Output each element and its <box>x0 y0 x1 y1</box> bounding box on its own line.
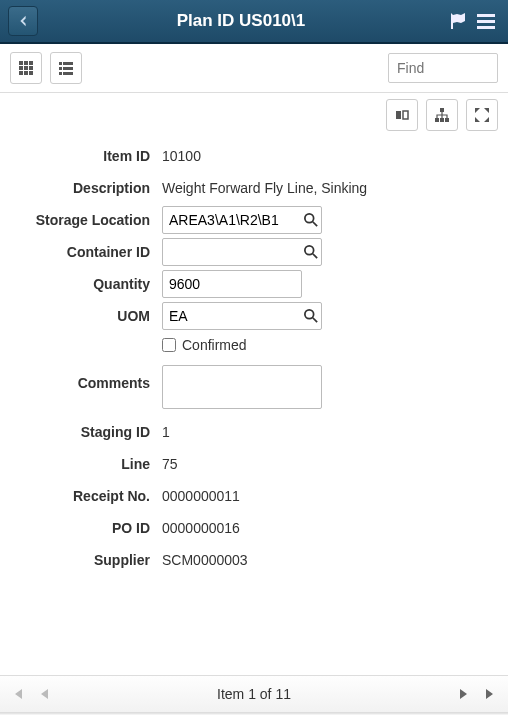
skip-first-icon <box>10 687 24 701</box>
description-value: Weight Forward Fly Line, Sinking <box>162 176 367 200</box>
search-icon <box>304 213 318 227</box>
supplier-value: SCM0000003 <box>162 548 248 572</box>
svg-rect-3 <box>19 61 23 65</box>
chevron-left-icon <box>38 687 50 701</box>
svg-point-28 <box>305 310 314 319</box>
flag-button[interactable] <box>444 11 472 31</box>
svg-rect-13 <box>63 62 73 65</box>
comments-input[interactable] <box>162 365 322 409</box>
confirmed-checkbox[interactable] <box>162 338 176 352</box>
svg-rect-16 <box>59 72 62 75</box>
grid-icon <box>18 60 34 76</box>
svg-rect-7 <box>24 66 28 70</box>
menu-button[interactable] <box>472 10 500 32</box>
staging-id-value: 1 <box>162 420 170 444</box>
container-id-input[interactable] <box>162 238 322 266</box>
receipt-no-label: Receipt No. <box>12 488 162 504</box>
pager-first-button[interactable] <box>10 687 24 701</box>
container-id-label: Container ID <box>12 244 162 260</box>
item-id-label: Item ID <box>12 148 162 164</box>
expand-button[interactable] <box>466 99 498 131</box>
receipt-no-value: 0000000011 <box>162 484 240 508</box>
pager-last-button[interactable] <box>484 687 498 701</box>
uom-lookup-button[interactable] <box>304 309 318 323</box>
svg-rect-0 <box>477 14 495 17</box>
search-icon <box>304 309 318 323</box>
pager-next-button[interactable] <box>458 687 470 701</box>
line-label: Line <box>12 456 162 472</box>
uom-input[interactable] <box>162 302 322 330</box>
svg-line-25 <box>313 222 317 226</box>
sitemap-icon <box>434 107 450 123</box>
pager-prev-button[interactable] <box>38 687 50 701</box>
back-button[interactable] <box>8 6 38 36</box>
pager-text: Item 1 of 11 <box>64 686 444 702</box>
svg-rect-22 <box>440 118 444 122</box>
panel-split-icon <box>394 107 410 123</box>
svg-rect-5 <box>29 61 33 65</box>
skip-last-icon <box>484 687 498 701</box>
svg-point-26 <box>305 246 314 255</box>
description-label: Description <box>12 180 162 196</box>
detail-form-2: Comments Staging ID 1 Line 75 Receipt No… <box>0 363 508 575</box>
detail-form: Item ID 10100 Description Weight Forward… <box>0 141 508 331</box>
svg-line-29 <box>313 318 317 322</box>
svg-rect-15 <box>63 67 73 70</box>
svg-rect-17 <box>63 72 73 75</box>
storage-location-label: Storage Location <box>12 212 162 228</box>
svg-rect-12 <box>59 62 62 65</box>
svg-rect-1 <box>477 20 495 23</box>
comments-label: Comments <box>12 365 162 391</box>
svg-rect-21 <box>435 118 439 122</box>
list-view-button[interactable] <box>50 52 82 84</box>
search-icon <box>304 245 318 259</box>
svg-rect-18 <box>396 111 401 119</box>
view-toolbar <box>0 44 508 93</box>
pager-bar: Item 1 of 11 <box>0 675 508 713</box>
svg-point-24 <box>305 214 314 223</box>
svg-rect-4 <box>24 61 28 65</box>
list-icon <box>58 60 74 76</box>
item-id-value: 10100 <box>162 144 201 168</box>
svg-rect-20 <box>440 108 444 112</box>
storage-lookup-button[interactable] <box>304 213 318 227</box>
quantity-input[interactable] <box>162 270 302 298</box>
flag-icon <box>448 11 468 31</box>
svg-rect-19 <box>403 111 408 119</box>
sitemap-button[interactable] <box>426 99 458 131</box>
svg-rect-10 <box>24 71 28 75</box>
uom-label: UOM <box>12 308 162 324</box>
chevron-right-icon <box>458 687 470 701</box>
page-title: Plan ID US010\1 <box>38 11 444 31</box>
expand-icon <box>474 107 490 123</box>
svg-rect-6 <box>19 66 23 70</box>
quantity-label: Quantity <box>12 276 162 292</box>
svg-rect-2 <box>477 26 495 29</box>
svg-line-27 <box>313 254 317 258</box>
grid-view-button[interactable] <box>10 52 42 84</box>
svg-rect-8 <box>29 66 33 70</box>
svg-rect-9 <box>19 71 23 75</box>
po-id-label: PO ID <box>12 520 162 536</box>
svg-rect-23 <box>445 118 449 122</box>
title-bar: Plan ID US010\1 <box>0 0 508 44</box>
container-lookup-button[interactable] <box>304 245 318 259</box>
storage-location-input[interactable] <box>162 206 322 234</box>
line-value: 75 <box>162 452 178 476</box>
panel-split-button[interactable] <box>386 99 418 131</box>
svg-rect-14 <box>59 67 62 70</box>
svg-rect-11 <box>29 71 33 75</box>
po-id-value: 0000000016 <box>162 516 240 540</box>
hamburger-icon <box>475 10 497 32</box>
secondary-toolbar <box>0 93 508 141</box>
confirmed-label: Confirmed <box>182 337 247 353</box>
staging-id-label: Staging ID <box>12 424 162 440</box>
supplier-label: Supplier <box>12 552 162 568</box>
chevron-left-icon <box>16 14 30 28</box>
find-input[interactable] <box>388 53 498 83</box>
